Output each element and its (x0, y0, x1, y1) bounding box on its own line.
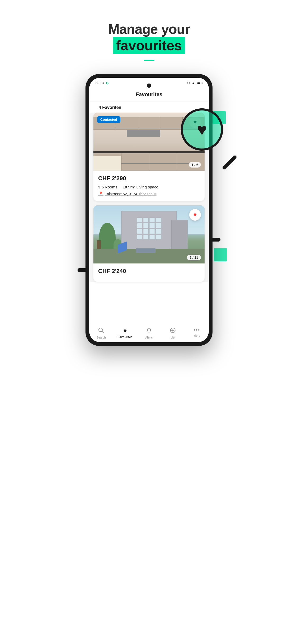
window (156, 229, 161, 234)
card-1-details: 3.5 Rooms 107 m2 Living space (98, 184, 200, 189)
window (149, 223, 155, 228)
contacted-badge: Contacted (97, 116, 120, 123)
location-icon-1: 📍 (98, 191, 103, 196)
svg-point-2 (148, 332, 149, 333)
rooms-label: Rooms (105, 185, 118, 189)
signal-icon: ⊖ (187, 81, 190, 85)
page-title-bar: Favourites (89, 87, 209, 101)
cards-container: Contacted ♥ 1 / 6 CHF 2'290 3.5 (89, 113, 209, 282)
window (137, 223, 142, 228)
building-image (93, 205, 205, 263)
favourites-nav-label: Favourites (118, 335, 133, 339)
window (149, 217, 155, 223)
window (143, 235, 149, 240)
fav-count-section: 4 Favoriten (89, 101, 209, 113)
phone-frame: 08:57 G ⊖ ▲ (85, 74, 213, 346)
window (143, 217, 149, 223)
area-unit: m2 (130, 184, 135, 189)
screen-content: Favourites 4 Favoriten (89, 87, 209, 325)
search-nav-icon (98, 327, 104, 335)
card-1-address[interactable]: 📍 Talstrasse 52, 3174 Thörishaus (98, 191, 200, 196)
card-1-price: CHF 2'290 (98, 175, 200, 182)
heart-button-2[interactable]: ♥ (189, 209, 201, 221)
car (136, 248, 156, 253)
upper-handle (102, 128, 196, 128)
alerts-nav-icon (146, 327, 152, 335)
heart-button-1[interactable]: ♥ (189, 116, 201, 128)
building-windows (137, 217, 161, 240)
heart-icon-1: ♥ (193, 119, 197, 126)
table (93, 156, 121, 171)
nav-list[interactable]: List (165, 327, 181, 339)
favourites-nav-icon: ♥ (123, 327, 127, 334)
window (156, 223, 161, 228)
cabinet-divider-1 (121, 153, 121, 171)
carrier-icon: G (106, 81, 109, 85)
battery-icon (197, 82, 202, 84)
magnifier-handle (222, 155, 237, 170)
search-nav-label: Search (97, 336, 106, 339)
bottom-nav: Search ♥ Favourites Alerts (89, 325, 209, 342)
teal-accent-bottom (214, 248, 227, 261)
page-title: Favourites (136, 91, 162, 97)
camera-notch (147, 84, 151, 88)
hero-line2: favourites (113, 37, 185, 54)
nav-search[interactable]: Search (93, 327, 109, 339)
status-right: ⊖ ▲ (187, 81, 202, 85)
hero-line1: Manage your (108, 21, 190, 37)
card-1-image: Contacted ♥ 1 / 6 (93, 113, 205, 171)
nav-alerts[interactable]: Alerts (141, 327, 157, 339)
hero-section: Manage your favourites (108, 21, 190, 54)
teal-accent-top (213, 111, 226, 124)
property-card-2[interactable]: ♥ 1 / 11 CHF 2'240 (93, 205, 205, 282)
list-nav-icon (170, 327, 176, 335)
rooms-count: 3.5 (98, 185, 104, 189)
window (137, 229, 142, 234)
window (143, 229, 149, 234)
card-2-price: CHF 2'240 (98, 268, 200, 275)
property-card-1[interactable]: Contacted ♥ 1 / 6 CHF 2'290 3.5 (93, 113, 205, 201)
area-detail: 107 m2 Living space (123, 184, 158, 189)
alerts-nav-label: Alerts (145, 336, 153, 339)
image-counter-1: 1 / 6 (189, 162, 201, 168)
building-right (171, 220, 188, 252)
heart-icon-2: ♥ (193, 211, 197, 218)
card-2-image: ♥ 1 / 11 (93, 205, 205, 263)
wifi-icon: ▲ (191, 81, 195, 85)
nav-favourites[interactable]: ♥ Favourites (117, 327, 133, 339)
cabinet-divider-3 (177, 153, 177, 171)
status-left: 08:57 G (96, 81, 109, 85)
list-nav-label: List (171, 336, 175, 339)
window (149, 235, 155, 240)
area-label: Living space (136, 185, 158, 189)
rooms-detail: 3.5 Rooms (98, 185, 117, 189)
phone-screen: 08:57 G ⊖ ▲ (89, 78, 209, 342)
window (137, 217, 142, 223)
building-body (121, 211, 177, 252)
image-counter-2: 1 / 11 (187, 255, 201, 260)
window (143, 223, 149, 228)
more-nav-label: More (193, 334, 200, 337)
svg-line-1 (102, 331, 104, 333)
window (137, 235, 142, 240)
hero-underline (144, 60, 154, 61)
area-count: 107 (123, 185, 129, 189)
address-text-1: Talstrasse 52, 3174 Thörishaus (105, 192, 156, 196)
cabinet-divider-2 (149, 153, 149, 171)
more-nav-icon: ••• (193, 327, 200, 333)
window (156, 217, 161, 223)
status-bar: 08:57 G ⊖ ▲ (89, 78, 209, 87)
card-1-info: CHF 2'290 3.5 Rooms 107 m2 Living space (93, 171, 205, 201)
time-display: 08:57 (96, 81, 104, 85)
fav-count-text: 4 Favoriten (93, 101, 205, 113)
phone-wrapper: ♥ 08:57 G ⊖ ▲ (83, 74, 215, 346)
window (149, 229, 155, 234)
nav-more[interactable]: ••• More (189, 327, 205, 339)
range-hood (127, 130, 160, 137)
card-2-info: CHF 2'240 (93, 263, 205, 282)
window (156, 235, 161, 240)
tree-1 (99, 223, 116, 252)
